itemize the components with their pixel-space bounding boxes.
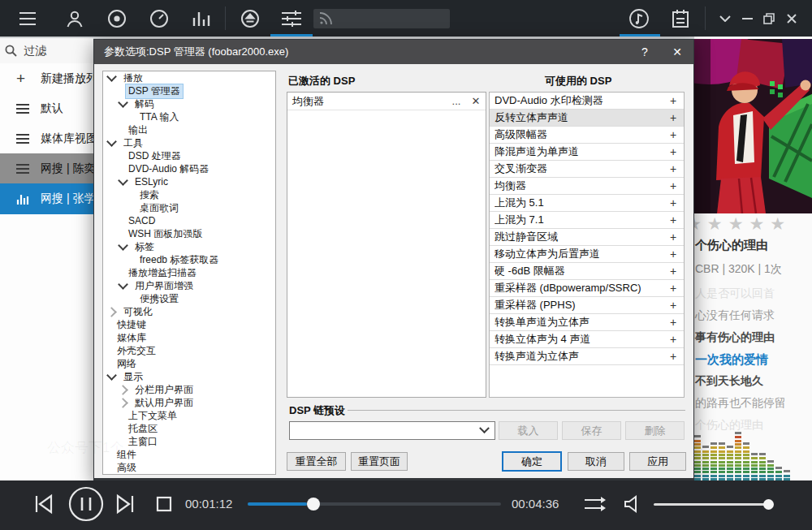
tree-node-label[interactable]: 用户界面增强 bbox=[132, 279, 196, 293]
record-icon[interactable] bbox=[106, 7, 128, 30]
seek-bar[interactable] bbox=[248, 502, 501, 506]
rating-stars[interactable]: ★★★★★ bbox=[694, 214, 812, 234]
tree-node-label[interactable]: 网络 bbox=[114, 357, 139, 371]
dsp-add-button[interactable]: + bbox=[663, 94, 684, 107]
stop-button[interactable] bbox=[156, 496, 172, 512]
tree-node[interactable]: 外壳交互 bbox=[103, 344, 275, 357]
tree-node-label[interactable]: TTA 输入 bbox=[137, 110, 181, 124]
ok-button[interactable]: 确定 bbox=[502, 451, 562, 472]
tree-node[interactable]: SACD bbox=[103, 214, 275, 227]
dialog-titlebar[interactable]: 参数选项:DSP 管理器 (foobar2000.exe) ? ✕ bbox=[94, 40, 693, 64]
tree-node[interactable]: 高级 bbox=[103, 461, 275, 474]
playlist-item[interactable]: 默认 bbox=[0, 93, 93, 124]
tree-expanded-chevron-icon[interactable] bbox=[118, 175, 128, 186]
user-icon[interactable] bbox=[63, 7, 86, 30]
tree-node-label[interactable]: 分栏用户界面 bbox=[132, 383, 196, 397]
tree-node-label[interactable]: 快捷键 bbox=[114, 318, 149, 332]
tree-node[interactable]: 桌面歌词 bbox=[103, 201, 275, 214]
dsp-add-button[interactable]: + bbox=[663, 145, 684, 158]
tree-node[interactable]: 托盘区 bbox=[103, 422, 275, 435]
filter-search-input[interactable]: 过滤 bbox=[0, 38, 93, 64]
restore-button[interactable] bbox=[757, 7, 781, 30]
tree-node[interactable]: 主窗口 bbox=[103, 435, 275, 448]
tree-collapsed-chevron-icon[interactable] bbox=[118, 385, 128, 395]
playlist-menu-icon[interactable] bbox=[16, 7, 39, 30]
stream-search-box[interactable] bbox=[313, 9, 450, 28]
tree-node-label[interactable]: 媒体库 bbox=[114, 331, 149, 345]
dsp-add-button[interactable]: + bbox=[663, 162, 684, 175]
playlist-item[interactable]: 网搜 | 张学友 bbox=[0, 183, 93, 214]
playlist-item[interactable]: 网搜 | 陈奕迅 bbox=[0, 153, 93, 184]
tree-expanded-chevron-icon[interactable] bbox=[106, 71, 117, 82]
load-preset-button[interactable]: 载入 bbox=[499, 421, 558, 440]
dsp-add-button[interactable]: + bbox=[663, 231, 684, 243]
tree-node[interactable]: 播放 bbox=[103, 71, 275, 84]
dsp-add-button[interactable]: + bbox=[663, 299, 684, 312]
dsp-add-button[interactable]: + bbox=[663, 248, 684, 261]
speaker-icon[interactable] bbox=[622, 494, 643, 514]
tree-node-label[interactable]: WSH 面板加强版 bbox=[126, 227, 205, 241]
tree-node-label[interactable]: 标签 bbox=[132, 240, 157, 254]
dsp-add-button[interactable]: + bbox=[663, 350, 684, 363]
active-dsp-row[interactable]: 均衡器...✕ bbox=[287, 93, 486, 110]
dsp-sliders-icon[interactable] bbox=[280, 7, 303, 30]
tree-node[interactable]: 便携设置 bbox=[103, 292, 275, 305]
dsp-add-button[interactable]: + bbox=[663, 128, 684, 141]
volume-thumb[interactable] bbox=[763, 499, 774, 510]
playlist-item[interactable]: +新建播放列表 bbox=[0, 63, 93, 94]
dsp-add-button[interactable]: + bbox=[663, 196, 684, 209]
dsp-configure-button[interactable]: ... bbox=[447, 95, 466, 107]
tree-node-label[interactable]: ESLyric bbox=[132, 176, 171, 187]
available-dsp-row[interactable]: 交叉渐变器+ bbox=[490, 161, 684, 178]
tree-node[interactable]: ESLyric bbox=[103, 175, 275, 188]
tree-node-label[interactable]: 便携设置 bbox=[137, 292, 181, 306]
delete-preset-button[interactable]: 删除 bbox=[625, 421, 685, 440]
tree-expanded-chevron-icon[interactable] bbox=[106, 370, 117, 381]
tree-node-label[interactable]: DVD-Audio 解码器 bbox=[126, 162, 211, 176]
tree-node-label[interactable]: 桌面歌词 bbox=[137, 201, 181, 215]
tree-node[interactable]: 解码 bbox=[103, 97, 275, 110]
available-dsp-row[interactable]: 重采样器 (PPHS)+ bbox=[490, 297, 684, 314]
tree-node-label[interactable]: 主窗口 bbox=[126, 435, 160, 449]
chevron-down-icon[interactable] bbox=[713, 7, 737, 30]
cancel-button[interactable]: 取消 bbox=[568, 452, 624, 471]
tree-node[interactable]: WSH 面板加强版 bbox=[103, 227, 275, 240]
save-preset-button[interactable]: 保存 bbox=[562, 421, 621, 440]
tree-node[interactable]: 媒体库 bbox=[103, 331, 275, 344]
next-button[interactable] bbox=[115, 493, 135, 515]
tree-node[interactable]: 分栏用户界面 bbox=[103, 383, 275, 396]
tree-node[interactable]: 用户界面增强 bbox=[103, 279, 275, 292]
tree-node[interactable]: 快捷键 bbox=[103, 318, 275, 331]
tree-expanded-chevron-icon[interactable] bbox=[118, 97, 128, 108]
volume-slider[interactable] bbox=[654, 503, 771, 506]
tree-node-label[interactable]: 解码 bbox=[132, 97, 157, 111]
shuffle-icon[interactable] bbox=[583, 494, 607, 514]
dsp-add-button[interactable]: + bbox=[663, 179, 684, 192]
tree-node[interactable]: 组件 bbox=[103, 448, 275, 461]
tree-node-label[interactable]: 输出 bbox=[126, 123, 150, 137]
available-dsp-row[interactable]: 降混声道为单声道+ bbox=[490, 144, 684, 161]
available-dsp-row[interactable]: 硬 -6dB 限幅器+ bbox=[490, 263, 684, 280]
tree-node-label[interactable]: 上下文菜单 bbox=[126, 409, 179, 423]
available-dsp-row[interactable]: 重采样器 (dBpoweramp/SSRC)+ bbox=[490, 280, 684, 297]
eject-icon[interactable] bbox=[239, 7, 261, 30]
available-dsp-row[interactable]: 反转立体声声道+ bbox=[490, 110, 684, 127]
pause-button[interactable] bbox=[68, 486, 104, 522]
tree-node-label[interactable]: 组件 bbox=[114, 448, 139, 462]
dsp-remove-button[interactable]: ✕ bbox=[466, 95, 486, 107]
dsp-add-button[interactable]: + bbox=[663, 265, 684, 278]
tree-node[interactable]: freedb 标签获取器 bbox=[103, 253, 275, 266]
tree-node-label[interactable]: 搜索 bbox=[137, 188, 162, 202]
tree-expanded-chevron-icon[interactable] bbox=[106, 136, 117, 147]
tree-node[interactable]: 播放增益扫描器 bbox=[103, 266, 275, 279]
tree-node[interactable]: DSD 处理器 bbox=[103, 149, 275, 162]
tree-expanded-chevron-icon[interactable] bbox=[118, 240, 128, 251]
tree-node-label[interactable]: 显示 bbox=[121, 370, 145, 384]
available-dsp-row[interactable]: DVD-Audio 水印检测器+ bbox=[490, 93, 684, 110]
tree-node-label[interactable]: 高级 bbox=[114, 461, 139, 475]
minimize-button[interactable] bbox=[735, 7, 759, 30]
tree-node-label[interactable]: 外壳交互 bbox=[114, 344, 158, 358]
dsp-add-button[interactable]: + bbox=[663, 333, 684, 346]
task-list-icon[interactable] bbox=[669, 7, 692, 30]
playlist-item[interactable]: 媒体库视图 bbox=[0, 123, 93, 154]
